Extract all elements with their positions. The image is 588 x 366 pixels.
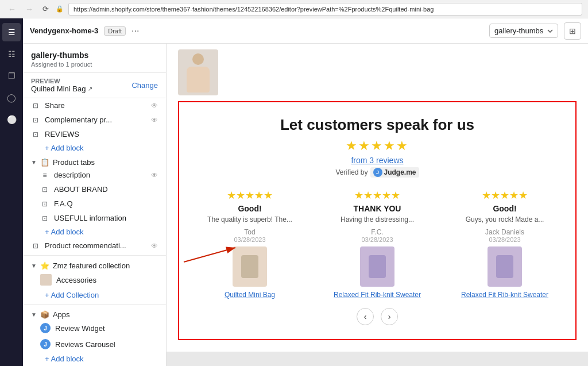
sidebar-item-description[interactable]: ≡ description 👁 — [23, 168, 166, 182]
sidebar-item-reviews[interactable]: ⊡ REVIEWS — [23, 127, 166, 141]
product-tabs-label: Product tabs — [53, 158, 95, 167]
sidebar-divider-1 — [23, 255, 166, 256]
product-rec-visibility-icon: 👁 — [151, 242, 158, 250]
carousel-prev-button[interactable]: ‹ — [357, 308, 374, 325]
sidebar-item-share[interactable]: ⊡ Share 👁 — [23, 98, 166, 113]
draft-badge: Draft — [104, 26, 126, 36]
add-block-button-2[interactable]: + Add block — [23, 225, 166, 238]
icon-bar-theme[interactable]: ❐ — [2, 67, 21, 85]
sidebar-item-product-rec[interactable]: ⊡ Product recommendati... 👁 — [23, 238, 166, 253]
add-collection-label: + Add Collection — [45, 291, 99, 299]
theme-selector[interactable]: gallery-thumbs product-page home — [489, 24, 558, 38]
sidebar-item-usefull[interactable]: ⊡ USEFULL information — [23, 211, 166, 225]
preview-product-link[interactable]: Quilted Mini Bag — [31, 84, 86, 93]
add-block-1-label: + Add block — [45, 144, 84, 152]
external-link-icon: ↗ — [88, 86, 92, 92]
sidebar-item-review-widget[interactable]: J Review Widget — [23, 320, 166, 336]
card-1-product-link[interactable]: Quilted Mini Bag — [225, 291, 275, 299]
back-button[interactable]: ← — [6, 3, 18, 15]
card-3-date: 03/28/2023 — [446, 236, 564, 243]
reviews-title: Let customers speak for us — [191, 116, 564, 134]
sidebar-item-reviews-carousel[interactable]: J Reviews Carousel — [23, 336, 166, 352]
card-2-stars: ★★★★★ — [318, 189, 436, 202]
judge-name: Judge.me — [384, 168, 416, 176]
icon-bar-settings[interactable]: ⚪ — [2, 110, 21, 129]
card-2-product-link[interactable]: Relaxed Fit Rib-knit Sweater — [334, 291, 421, 299]
reviews-carousel-icon: J — [40, 339, 51, 349]
card-2-author: F.C. — [318, 228, 436, 236]
sidebar-item-accessories[interactable]: Accessories — [23, 271, 166, 288]
card-1-date: 03/28/2023 — [191, 236, 309, 243]
sidebar-section-product-tabs[interactable]: ▼ 📋 Product tabs — [23, 155, 166, 168]
card-2-text: Having the distressing... — [318, 215, 436, 224]
change-button[interactable]: Change — [131, 81, 158, 90]
reviews-count: from 3 reviews — [191, 156, 564, 165]
review-widget-label: Review Widget — [55, 324, 158, 333]
more-options-button[interactable]: ··· — [131, 26, 139, 36]
reviews-count-link[interactable]: from 3 reviews — [351, 156, 403, 165]
usefull-label: USEFULL information — [54, 214, 158, 222]
faq-label: F.A.Q — [54, 199, 158, 208]
reviews-carousel-label: Reviews Carousel — [55, 340, 158, 349]
icon-bar-apps[interactable]: ◯ — [2, 88, 21, 107]
product-rec-icon: ⊡ — [31, 242, 40, 250]
review-cards: ★★★★★ Good! The quality is superb! The..… — [191, 189, 564, 299]
zmz-label: Zmz featured collection — [53, 261, 130, 270]
reviews-section: Let customers speak for us ★★★★★ from 3 … — [178, 101, 577, 340]
card-3-stars: ★★★★★ — [446, 189, 564, 202]
share-icon: ⊡ — [31, 102, 40, 110]
store-name: Vendygenx-home-3 — [30, 26, 98, 35]
review-widget-icon: J — [40, 323, 51, 333]
about-brand-icon: ⊡ — [40, 186, 49, 194]
verified-row: Verified by J Judge.me — [191, 167, 564, 178]
add-collection-button[interactable]: + Add Collection — [23, 288, 166, 302]
complementary-label: Complementary pr... — [45, 115, 146, 124]
preview-content: Let customers speak for us ★★★★★ from 3 … — [167, 44, 588, 352]
icon-bar-home[interactable]: ☰ — [2, 23, 21, 41]
sidebar-scroll: ⊡ Share 👁 ⊡ Complementary pr... 👁 ⊡ REVI… — [23, 98, 166, 366]
add-block-button-3[interactable]: + Add block — [23, 352, 166, 365]
share-visibility-icon: 👁 — [151, 102, 158, 110]
sidebar-item-complementary[interactable]: ⊡ Complementary pr... 👁 — [23, 113, 166, 127]
judge-logo: J — [373, 168, 382, 177]
product-rec-label: Product recommendati... — [45, 241, 146, 250]
card-1-stars: ★★★★★ — [191, 189, 309, 202]
main-area: gallery-thumbs Assigned to 1 product PRE… — [23, 44, 588, 366]
description-visibility-icon: 👁 — [151, 171, 158, 179]
card-1-product-image — [233, 246, 267, 287]
sidebar-item-faq[interactable]: ⊡ F.A.Q — [23, 197, 166, 211]
preview-area: Let customers speak for us ★★★★★ from 3 … — [167, 44, 588, 366]
sidebar-section-zmz[interactable]: ▼ ⭐ Zmz featured collection — [23, 258, 166, 271]
card-3-product-link[interactable]: Relaxed Fit Rib-knit Sweater — [461, 291, 548, 299]
person-body — [187, 67, 210, 93]
reload-button[interactable]: ⟳ — [40, 3, 51, 14]
zmz-icon: ⭐ — [40, 261, 49, 270]
card-2-title: THANK YOU — [318, 204, 436, 213]
product-thumbnail — [178, 49, 218, 95]
carousel-nav: ‹ › — [191, 308, 564, 325]
icon-bar-grid[interactable]: ☷ — [2, 45, 21, 63]
carousel-next-button[interactable]: › — [381, 308, 398, 325]
zmz-caret: ▼ — [31, 263, 37, 269]
icon-bar: ☰ ☷ ❐ ◯ ⚪ — [0, 18, 23, 366]
person-head — [192, 53, 204, 65]
sidebar-section-apps[interactable]: ▼ 📦 Apps — [23, 307, 166, 320]
card-3-title: Good! — [446, 204, 564, 213]
url-bar[interactable] — [68, 3, 582, 16]
apps-icon: 📦 — [40, 310, 49, 319]
product-tabs-caret: ▼ — [31, 159, 37, 165]
accessories-label: Accessories — [56, 276, 158, 284]
forward-button[interactable]: → — [23, 3, 36, 15]
product-image-section — [167, 44, 588, 101]
product-tabs-icon: 📋 — [40, 158, 49, 167]
faq-icon: ⊡ — [40, 200, 49, 208]
review-card-3: ★★★★★ Good! Guys, you rock! Made a... Ja… — [446, 189, 564, 299]
about-brand-label: ABOUT BRAND — [54, 185, 158, 194]
card-1-text: The quality is superb! The... — [191, 215, 309, 224]
sidebar: gallery-thumbs Assigned to 1 product PRE… — [23, 44, 167, 366]
card-1-author: Tod — [191, 228, 309, 236]
card-3-author: Jack Daniels — [446, 228, 564, 236]
sidebar-item-about-brand[interactable]: ⊡ ABOUT BRAND — [23, 182, 166, 197]
grid-view-button[interactable]: ⊞ — [564, 22, 581, 40]
add-block-button-1[interactable]: + Add block — [23, 141, 166, 155]
